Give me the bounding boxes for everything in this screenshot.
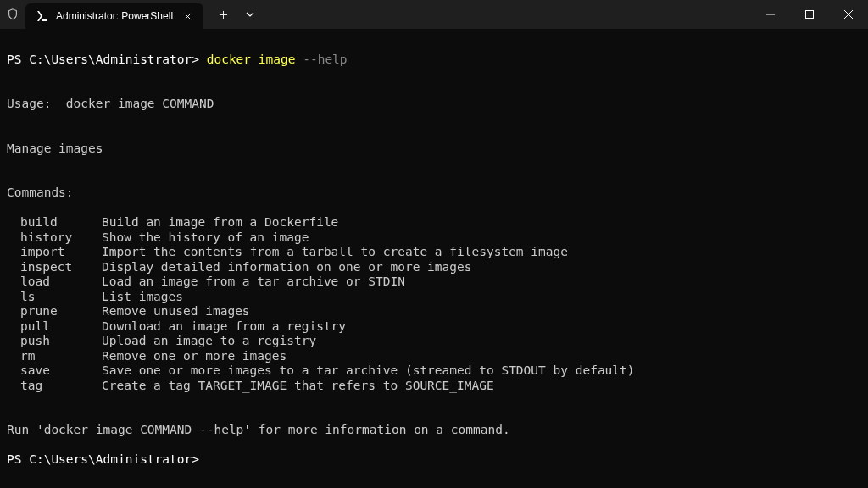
command-name: tag bbox=[7, 379, 102, 394]
titlebar-left: Administrator: PowerShell bbox=[0, 0, 263, 29]
command-description: Import the contents from a tarball to cr… bbox=[102, 245, 861, 260]
command-row: pushUpload an image to a registry bbox=[7, 334, 861, 349]
maximize-button[interactable] bbox=[790, 0, 829, 29]
terminal-output[interactable]: PS C:\Users\Administrator> docker image … bbox=[0, 29, 868, 488]
command-flag: --help bbox=[303, 53, 347, 66]
command-name: save bbox=[7, 363, 102, 379]
command-name: history bbox=[7, 230, 102, 246]
command-row: saveSave one or more images to a tar arc… bbox=[7, 363, 861, 379]
command-row: lsList images bbox=[7, 290, 861, 305]
command-description: Upload an image to a registry bbox=[102, 334, 861, 349]
command-row: rmRemove one or more images bbox=[7, 349, 861, 364]
tab-close-button[interactable] bbox=[180, 8, 195, 24]
command-row: pruneRemove unused images bbox=[7, 304, 861, 319]
command-name: build bbox=[7, 215, 102, 230]
command-name: push bbox=[7, 334, 102, 349]
command-description: Build an image from a Dockerfile bbox=[102, 215, 861, 230]
prompt-line-1: PS C:\Users\Administrator> bbox=[7, 53, 207, 66]
command-row: loadLoad an image from a tar archive or … bbox=[7, 274, 861, 290]
footer-line: Run 'docker image COMMAND --help' for mo… bbox=[7, 423, 861, 438]
command-text: docker image bbox=[207, 53, 303, 66]
tab-dropdown-button[interactable] bbox=[237, 2, 263, 27]
new-tab-button[interactable] bbox=[209, 2, 237, 27]
prompt-line-2: PS C:\Users\Administrator> bbox=[7, 452, 861, 468]
command-description: Save one or more images to a tar archive… bbox=[102, 363, 861, 379]
commands-header: Commands: bbox=[7, 186, 861, 201]
command-row: historyShow the history of an image bbox=[7, 230, 861, 246]
commands-list: buildBuild an image from a Dockerfilehis… bbox=[7, 215, 861, 393]
command-name: ls bbox=[7, 290, 102, 305]
command-name: load bbox=[7, 274, 102, 290]
command-description: Display detailed information on one or m… bbox=[102, 260, 861, 275]
command-row: tagCreate a tag TARGET_IMAGE that refers… bbox=[7, 379, 861, 394]
shield-icon bbox=[0, 0, 25, 29]
command-description: List images bbox=[102, 290, 861, 305]
close-button[interactable] bbox=[829, 0, 868, 29]
command-description: Remove one or more images bbox=[102, 349, 861, 364]
command-description: Remove unused images bbox=[102, 304, 861, 319]
command-name: pull bbox=[7, 319, 102, 335]
tab-title: Administrator: PowerShell bbox=[56, 10, 173, 22]
minimize-button[interactable] bbox=[751, 0, 790, 29]
powershell-icon bbox=[36, 9, 49, 23]
command-row: inspectDisplay detailed information on o… bbox=[7, 260, 861, 275]
command-name: rm bbox=[7, 349, 102, 364]
command-row: pullDownload an image from a registry bbox=[7, 319, 861, 335]
command-row: importImport the contents from a tarball… bbox=[7, 245, 861, 260]
command-name: prune bbox=[7, 304, 102, 319]
window-controls bbox=[751, 0, 868, 29]
command-row: buildBuild an image from a Dockerfile bbox=[7, 215, 861, 230]
command-name: import bbox=[7, 245, 102, 260]
usage-line: Usage: docker image COMMAND bbox=[7, 97, 861, 112]
command-description: Download an image from a registry bbox=[102, 319, 861, 335]
command-name: inspect bbox=[7, 260, 102, 275]
command-description: Load an image from a tar archive or STDI… bbox=[102, 274, 861, 290]
command-description: Show the history of an image bbox=[102, 230, 861, 246]
description-line: Manage images bbox=[7, 141, 861, 157]
window-titlebar: Administrator: PowerShell bbox=[0, 0, 868, 29]
svg-rect-5 bbox=[806, 11, 814, 19]
command-description: Create a tag TARGET_IMAGE that refers to… bbox=[102, 379, 861, 394]
terminal-tab[interactable]: Administrator: PowerShell bbox=[25, 3, 203, 29]
